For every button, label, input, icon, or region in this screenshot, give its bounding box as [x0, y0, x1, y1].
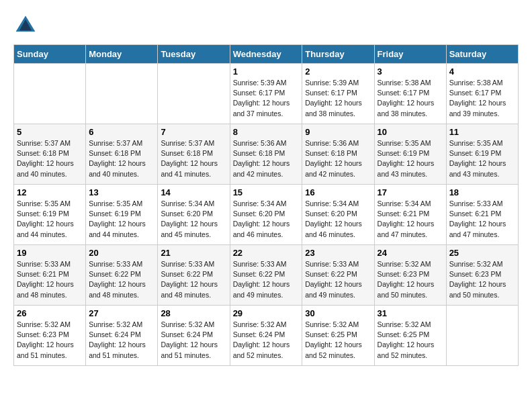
day-number: 18	[449, 187, 515, 197]
day-info: Sunrise: 5:36 AM Sunset: 6:18 PM Dayligh…	[233, 138, 300, 179]
day-info: Sunrise: 5:33 AM Sunset: 6:22 PM Dayligh…	[89, 259, 154, 300]
col-header-sunday: Sunday	[14, 45, 86, 64]
calendar-cell: 15Sunrise: 5:34 AM Sunset: 6:20 PM Dayli…	[230, 185, 302, 245]
day-number: 31	[378, 308, 443, 318]
col-header-wednesday: Wednesday	[230, 45, 302, 64]
day-number: 23	[305, 248, 371, 258]
day-number: 6	[89, 127, 154, 137]
calendar-cell: 7Sunrise: 5:37 AM Sunset: 6:18 PM Daylig…	[158, 124, 230, 185]
day-number: 11	[449, 127, 515, 137]
day-info: Sunrise: 5:34 AM Sunset: 6:21 PM Dayligh…	[378, 199, 443, 240]
calendar-cell: 3Sunrise: 5:38 AM Sunset: 6:17 PM Daylig…	[374, 64, 446, 124]
day-number: 2	[305, 66, 371, 77]
day-number: 4	[449, 66, 515, 77]
calendar-cell: 19Sunrise: 5:33 AM Sunset: 6:21 PM Dayli…	[14, 245, 86, 306]
day-number: 3	[378, 66, 443, 77]
col-header-tuesday: Tuesday	[158, 45, 230, 64]
calendar-cell: 6Sunrise: 5:37 AM Sunset: 6:18 PM Daylig…	[86, 124, 158, 185]
calendar-cell: 17Sunrise: 5:34 AM Sunset: 6:21 PM Dayli…	[374, 185, 446, 245]
logo	[13, 13, 40, 38]
calendar-cell: 11Sunrise: 5:35 AM Sunset: 6:19 PM Dayli…	[446, 124, 518, 185]
day-info: Sunrise: 5:35 AM Sunset: 6:19 PM Dayligh…	[449, 138, 515, 179]
day-number: 30	[305, 308, 371, 318]
day-info: Sunrise: 5:32 AM Sunset: 6:24 PM Dayligh…	[233, 320, 300, 361]
calendar-cell: 8Sunrise: 5:36 AM Sunset: 6:18 PM Daylig…	[230, 124, 302, 185]
day-number: 8	[233, 127, 300, 137]
day-number: 14	[161, 187, 226, 197]
day-info: Sunrise: 5:39 AM Sunset: 6:17 PM Dayligh…	[233, 78, 300, 119]
calendar-cell: 24Sunrise: 5:32 AM Sunset: 6:23 PM Dayli…	[374, 245, 446, 306]
day-number: 17	[378, 187, 443, 197]
calendar-cell	[14, 64, 86, 124]
col-header-monday: Monday	[86, 45, 158, 64]
day-number: 25	[449, 248, 515, 258]
day-info: Sunrise: 5:35 AM Sunset: 6:19 PM Dayligh…	[17, 199, 83, 240]
day-number: 21	[161, 248, 226, 258]
calendar-cell: 2Sunrise: 5:39 AM Sunset: 6:17 PM Daylig…	[302, 64, 374, 124]
day-number: 10	[378, 127, 443, 137]
calendar-cell: 14Sunrise: 5:34 AM Sunset: 6:20 PM Dayli…	[158, 185, 230, 245]
day-info: Sunrise: 5:32 AM Sunset: 6:24 PM Dayligh…	[89, 320, 154, 361]
day-number: 12	[17, 187, 83, 197]
day-info: Sunrise: 5:37 AM Sunset: 6:18 PM Dayligh…	[89, 138, 154, 179]
day-number: 19	[17, 248, 83, 258]
calendar-cell: 27Sunrise: 5:32 AM Sunset: 6:24 PM Dayli…	[86, 306, 158, 366]
day-info: Sunrise: 5:33 AM Sunset: 6:22 PM Dayligh…	[233, 259, 300, 300]
day-info: Sunrise: 5:34 AM Sunset: 6:20 PM Dayligh…	[305, 199, 371, 240]
calendar-cell: 4Sunrise: 5:38 AM Sunset: 6:17 PM Daylig…	[446, 64, 518, 124]
day-info: Sunrise: 5:33 AM Sunset: 6:21 PM Dayligh…	[17, 259, 83, 300]
calendar-cell: 22Sunrise: 5:33 AM Sunset: 6:22 PM Dayli…	[230, 245, 302, 306]
calendar-cell: 1Sunrise: 5:39 AM Sunset: 6:17 PM Daylig…	[230, 64, 302, 124]
day-number: 28	[161, 308, 226, 318]
day-info: Sunrise: 5:36 AM Sunset: 6:18 PM Dayligh…	[305, 138, 371, 179]
calendar-cell: 30Sunrise: 5:32 AM Sunset: 6:25 PM Dayli…	[302, 306, 374, 366]
day-info: Sunrise: 5:38 AM Sunset: 6:17 PM Dayligh…	[378, 78, 443, 119]
day-number: 1	[233, 66, 300, 77]
calendar-cell: 31Sunrise: 5:32 AM Sunset: 6:25 PM Dayli…	[374, 306, 446, 366]
day-info: Sunrise: 5:39 AM Sunset: 6:17 PM Dayligh…	[305, 78, 371, 119]
col-header-friday: Friday	[374, 45, 446, 64]
day-info: Sunrise: 5:35 AM Sunset: 6:19 PM Dayligh…	[89, 199, 154, 240]
day-info: Sunrise: 5:37 AM Sunset: 6:18 PM Dayligh…	[161, 138, 226, 179]
col-header-saturday: Saturday	[446, 45, 518, 64]
calendar-cell: 9Sunrise: 5:36 AM Sunset: 6:18 PM Daylig…	[302, 124, 374, 185]
page-header	[13, 13, 519, 38]
calendar-cell: 16Sunrise: 5:34 AM Sunset: 6:20 PM Dayli…	[302, 185, 374, 245]
day-number: 24	[378, 248, 443, 258]
calendar-cell: 21Sunrise: 5:33 AM Sunset: 6:22 PM Dayli…	[158, 245, 230, 306]
day-info: Sunrise: 5:37 AM Sunset: 6:18 PM Dayligh…	[17, 138, 83, 179]
day-info: Sunrise: 5:32 AM Sunset: 6:25 PM Dayligh…	[305, 320, 371, 361]
calendar-cell: 18Sunrise: 5:33 AM Sunset: 6:21 PM Dayli…	[446, 185, 518, 245]
day-info: Sunrise: 5:34 AM Sunset: 6:20 PM Dayligh…	[233, 199, 300, 240]
day-number: 22	[233, 248, 300, 258]
calendar-cell: 29Sunrise: 5:32 AM Sunset: 6:24 PM Dayli…	[230, 306, 302, 366]
day-number: 5	[17, 127, 83, 137]
calendar-table: SundayMondayTuesdayWednesdayThursdayFrid…	[13, 44, 519, 366]
day-number: 29	[233, 308, 300, 318]
logo-icon	[13, 13, 38, 38]
day-number: 15	[233, 187, 300, 197]
day-number: 16	[305, 187, 371, 197]
calendar-cell	[158, 64, 230, 124]
calendar-cell	[446, 306, 518, 366]
day-number: 9	[305, 127, 371, 137]
day-info: Sunrise: 5:35 AM Sunset: 6:19 PM Dayligh…	[378, 138, 443, 179]
calendar-cell	[86, 64, 158, 124]
day-info: Sunrise: 5:34 AM Sunset: 6:20 PM Dayligh…	[161, 199, 226, 240]
col-header-thursday: Thursday	[302, 45, 374, 64]
day-number: 27	[89, 308, 154, 318]
calendar-cell: 20Sunrise: 5:33 AM Sunset: 6:22 PM Dayli…	[86, 245, 158, 306]
calendar-cell: 5Sunrise: 5:37 AM Sunset: 6:18 PM Daylig…	[14, 124, 86, 185]
day-info: Sunrise: 5:32 AM Sunset: 6:23 PM Dayligh…	[378, 259, 443, 300]
calendar-cell: 23Sunrise: 5:33 AM Sunset: 6:22 PM Dayli…	[302, 245, 374, 306]
day-info: Sunrise: 5:33 AM Sunset: 6:22 PM Dayligh…	[305, 259, 371, 300]
calendar-cell: 12Sunrise: 5:35 AM Sunset: 6:19 PM Dayli…	[14, 185, 86, 245]
day-info: Sunrise: 5:33 AM Sunset: 6:22 PM Dayligh…	[161, 259, 226, 300]
day-number: 26	[17, 308, 83, 318]
calendar-cell: 25Sunrise: 5:32 AM Sunset: 6:23 PM Dayli…	[446, 245, 518, 306]
calendar-cell: 10Sunrise: 5:35 AM Sunset: 6:19 PM Dayli…	[374, 124, 446, 185]
day-number: 20	[89, 248, 154, 258]
day-info: Sunrise: 5:32 AM Sunset: 6:25 PM Dayligh…	[378, 320, 443, 361]
calendar-cell: 28Sunrise: 5:32 AM Sunset: 6:24 PM Dayli…	[158, 306, 230, 366]
day-info: Sunrise: 5:32 AM Sunset: 6:24 PM Dayligh…	[161, 320, 226, 361]
